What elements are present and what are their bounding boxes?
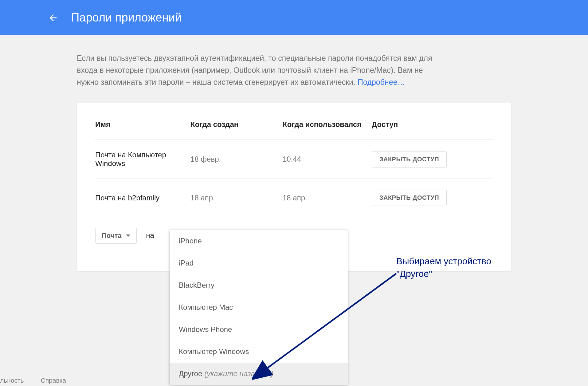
col-access: Доступ bbox=[372, 120, 493, 140]
device-item-mac[interactable]: Компьютер Mac bbox=[170, 296, 348, 318]
device-item-other-label: Другое bbox=[179, 369, 204, 378]
device-item-iphone[interactable]: iPhone bbox=[170, 230, 348, 252]
col-created: Когда создан bbox=[190, 120, 283, 140]
table-row: Почта на b2bfamily 18 апр. 18 апр. ЗАКРЫ… bbox=[95, 179, 493, 217]
intro-text: Если вы пользуетесь двухэтапной аутентиф… bbox=[77, 52, 439, 88]
col-used: Когда использовался bbox=[283, 120, 372, 140]
app-select-label: Почта bbox=[102, 232, 122, 240]
footer-link-help[interactable]: Справка bbox=[41, 377, 66, 384]
device-item-other[interactable]: Другое (укажите название) bbox=[170, 363, 348, 385]
revoke-button[interactable]: ЗАКРЫТЬ ДОСТУП bbox=[372, 190, 447, 206]
device-item-ipad[interactable]: iPad bbox=[170, 252, 348, 274]
cell-name: Почта на Компьютер Windows bbox=[95, 140, 190, 179]
back-arrow-icon[interactable] bbox=[48, 12, 59, 23]
cell-name: Почта на b2bfamily bbox=[95, 179, 190, 217]
annotation-line1: Выбираем устройство bbox=[396, 255, 538, 268]
cell-created: 18 апр. bbox=[190, 179, 283, 217]
table-row: Почта на Компьютер Windows 18 февр. 10:4… bbox=[95, 140, 493, 179]
device-item-windows[interactable]: Компьютер Windows bbox=[170, 341, 348, 363]
footer-link-privacy[interactable]: льность bbox=[0, 377, 24, 384]
device-dropdown: iPhone iPad BlackBerry Компьютер Mac Win… bbox=[170, 230, 348, 385]
header-bar: Пароли приложений bbox=[0, 0, 588, 35]
caret-down-icon bbox=[126, 234, 130, 237]
on-label: на bbox=[146, 231, 154, 239]
annotation-text: Выбираем устройство "Другое" bbox=[396, 255, 538, 280]
learn-more-link[interactable]: Подробнее… bbox=[358, 78, 405, 86]
cell-used: 18 апр. bbox=[283, 179, 372, 217]
revoke-button[interactable]: ЗАКРЫТЬ ДОСТУП bbox=[372, 151, 447, 167]
device-item-winphone[interactable]: Windows Phone bbox=[170, 318, 348, 341]
cell-used: 10:44 bbox=[283, 140, 372, 179]
app-select-dropdown[interactable]: Почта bbox=[95, 228, 137, 244]
device-item-other-hint: (укажите название) bbox=[204, 369, 273, 378]
footer-links: льность Справка bbox=[0, 377, 66, 384]
cell-created: 18 февр. bbox=[190, 140, 283, 179]
annotation-line2: "Другое" bbox=[396, 268, 538, 280]
device-item-blackberry[interactable]: BlackBerry bbox=[170, 274, 348, 296]
page-title: Пароли приложений bbox=[71, 11, 182, 24]
col-name: Имя bbox=[95, 120, 190, 140]
